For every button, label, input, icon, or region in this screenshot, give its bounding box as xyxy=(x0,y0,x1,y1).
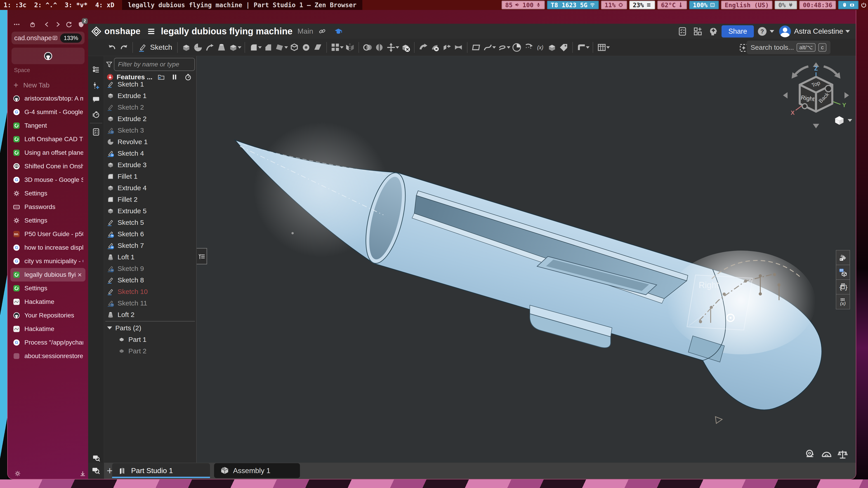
feature-loft-2[interactable]: Loft 2 xyxy=(104,309,196,320)
close-tab-icon[interactable]: × xyxy=(76,271,83,279)
link-icon[interactable] xyxy=(318,28,326,35)
sidebar-tab-20[interactable]: about:sessionrestore xyxy=(10,349,86,363)
sidebar-settings-icon[interactable] xyxy=(14,470,21,477)
feature-extrude-4[interactable]: Extrude 4 xyxy=(104,182,196,194)
thicken-caret-icon[interactable] xyxy=(238,46,241,48)
pinned-essential-tab[interactable] xyxy=(11,48,85,64)
search-tools[interactable]: Search tools... alt/⌥ c xyxy=(747,41,831,54)
feature-sketch-9[interactable]: Sketch 9 xyxy=(104,263,196,274)
tab-assembly-1[interactable]: Assembly 1 xyxy=(214,463,300,478)
feature-revolve-1[interactable]: Revolve 1 xyxy=(104,136,196,148)
linear-pattern-caret-icon[interactable] xyxy=(340,46,344,48)
stopwatch-icon[interactable] xyxy=(184,73,192,81)
boolean-tool-button[interactable] xyxy=(362,41,373,54)
variables-panel-button[interactable]: (x) xyxy=(836,294,850,309)
feature-sketch-4[interactable]: Sketch 4 xyxy=(104,148,196,159)
url-bar[interactable]: cad.onshape.co 133% xyxy=(11,32,85,44)
new-tab-button[interactable]: + New Tab xyxy=(13,81,50,89)
workspace-1[interactable]: 1: :3c xyxy=(4,1,26,9)
status-network[interactable]: T8 1623 5G xyxy=(547,1,599,9)
sidebar-tab-8[interactable]: Settings xyxy=(10,187,86,200)
power-icon[interactable] xyxy=(861,2,867,8)
status-battery[interactable]: 0% xyxy=(775,1,797,9)
forward-icon[interactable] xyxy=(53,20,62,29)
feature-sketch-8[interactable]: Sketch 8 xyxy=(104,274,196,286)
workspace-3[interactable]: 3: *v* xyxy=(65,1,88,9)
sidebar-tab-6[interactable]: Shifted Cone in Onshape xyxy=(10,160,86,173)
sidebar-tab-17[interactable]: Your Repositories xyxy=(10,308,86,322)
workspace-4[interactable]: 4: xD xyxy=(95,1,114,9)
chamfer-tool-button[interactable] xyxy=(262,41,274,54)
sidebar-tab-5[interactable]: Using an offset plane for xyxy=(10,146,86,160)
feature-loft-1[interactable]: Loft 1 xyxy=(104,251,196,263)
sweep-tool-button[interactable] xyxy=(204,41,216,54)
sidebar-tab-9[interactable]: Passwords xyxy=(10,200,86,214)
revolve-tool-button[interactable] xyxy=(192,41,204,54)
back-icon[interactable] xyxy=(42,20,51,29)
sidebar-tab-15[interactable]: Settings xyxy=(10,282,86,295)
linear-pattern-tool-button[interactable] xyxy=(330,41,341,54)
offset-surface-tool-button[interactable] xyxy=(441,41,453,54)
sidebar-tab-3[interactable]: Tangent xyxy=(10,119,86,132)
protractor-icon[interactable] xyxy=(821,449,831,459)
appearance-panel-button[interactable] xyxy=(836,250,850,265)
loft-tool-button[interactable] xyxy=(216,41,227,54)
search-in-document-icon[interactable] xyxy=(92,454,100,462)
status-tray[interactable] xyxy=(838,1,859,9)
add-tab-button[interactable]: + xyxy=(107,466,113,475)
panel-versions-icon[interactable] xyxy=(92,111,100,119)
sidebar-tab-13[interactable]: Gcity vs municipality - Goo xyxy=(10,254,86,268)
downloads-icon[interactable] xyxy=(79,470,86,478)
delete-part-tool-button[interactable] xyxy=(400,41,411,54)
feature-list-flyout-toggle[interactable] xyxy=(197,248,207,264)
feature-sketch-3[interactable]: Sketch 3 xyxy=(104,125,196,136)
instances-tool-button[interactable] xyxy=(546,41,558,54)
feature-sketch-2[interactable]: Sketch 2 xyxy=(104,101,196,113)
sheet-metal-tool-button[interactable] xyxy=(576,41,587,54)
project-tool-button[interactable] xyxy=(523,41,534,54)
ai-advisor-icon[interactable] xyxy=(708,26,718,36)
zoom-level-badge[interactable]: 133% xyxy=(60,33,82,43)
filter-input[interactable] xyxy=(114,58,195,71)
status-clock[interactable]: 00:48:36 xyxy=(799,1,836,9)
composite-curve-caret-icon[interactable] xyxy=(492,46,496,48)
feature-fillet-2[interactable]: Fillet 2 xyxy=(104,194,196,205)
sidebar-tab-14[interactable]: legally dubious flying× xyxy=(10,268,86,282)
part-part-1[interactable]: Part 1 xyxy=(104,334,196,345)
panel-comments-icon[interactable] xyxy=(92,96,100,104)
composite-curve-tool-button[interactable] xyxy=(482,41,494,54)
app-store-icon[interactable] xyxy=(693,27,703,36)
more-icon[interactable] xyxy=(12,20,21,29)
part-part-2[interactable]: Part 2 xyxy=(104,345,196,357)
boundary-surface-tool-button[interactable] xyxy=(453,41,464,54)
move-face-tool-button[interactable] xyxy=(417,41,429,54)
add-folder-icon[interactable] xyxy=(157,73,165,81)
feature-fillet-1[interactable]: Fillet 1 xyxy=(104,170,196,182)
onshape-logo-icon[interactable] xyxy=(91,26,101,36)
document-menu-icon[interactable] xyxy=(147,27,156,36)
feature-sketch-6[interactable]: Sketch 6 xyxy=(104,228,196,240)
helix-caret-icon[interactable] xyxy=(507,46,510,48)
feature-extrude-5[interactable]: Extrude 5 xyxy=(104,205,196,217)
sidebar-tab-12[interactable]: Ghow to increase display b xyxy=(10,241,86,254)
draft-caret-icon[interactable] xyxy=(284,46,288,48)
panel-feature-tree-icon[interactable] xyxy=(92,66,100,74)
status-volume[interactable]: 85100 xyxy=(502,1,545,9)
fill-tool-button[interactable] xyxy=(511,41,523,54)
sidebar-tab-1[interactable]: aristocratos/btop: A moni xyxy=(10,92,86,105)
sidebar-tab-16[interactable]: Hackatime xyxy=(10,295,86,308)
help-icon[interactable]: ? xyxy=(757,26,767,37)
sidebar-tab-18[interactable]: Hackatime xyxy=(10,322,86,336)
custom-table-caret-icon[interactable] xyxy=(606,46,610,48)
split-tool-button[interactable] xyxy=(373,41,385,54)
configuration-table-panel-button[interactable]: {} xyxy=(836,280,850,294)
user-menu-caret-icon[interactable] xyxy=(845,30,850,33)
tag-tool-button[interactable] xyxy=(558,41,569,54)
status-cpu[interactable]: 11% xyxy=(601,1,627,9)
custom-table-tool-button[interactable] xyxy=(596,41,608,54)
tab-part-studio-1[interactable]: Part Studio 1 xyxy=(112,463,210,478)
right-plane[interactable]: Right xyxy=(687,275,752,330)
sidebar-tab-10[interactable]: Settings xyxy=(10,214,86,227)
tape-measure-icon[interactable] xyxy=(805,449,815,459)
hole-tool-button[interactable] xyxy=(300,41,312,54)
